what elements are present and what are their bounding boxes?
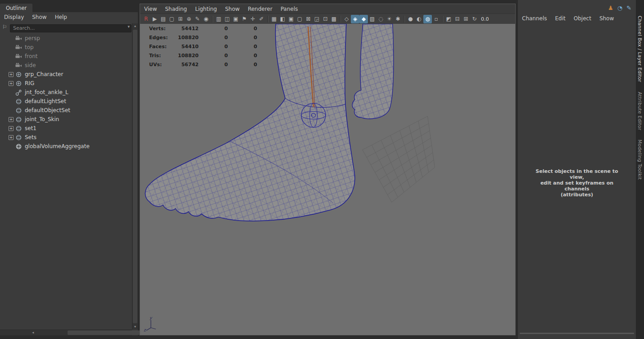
right-tab-strip: Channel Box / Layer EditorAttribute Edit… [636, 0, 644, 339]
safe-action-icon[interactable]: ✛ [249, 15, 257, 23]
sequence-icon[interactable]: ▫ [432, 15, 440, 23]
resolution-gate-icon[interactable]: ◫ [223, 15, 231, 23]
channelbox-menu-object[interactable]: Object [570, 15, 595, 22]
select-camera-icon[interactable]: R [142, 15, 150, 23]
default-material-icon[interactable]: ◌ [376, 15, 385, 23]
outliner-item-grp_Character[interactable]: +grp_Character [0, 70, 138, 79]
shadow-sphere-icon[interactable]: ● [406, 15, 415, 23]
channelbox-menu-channels[interactable]: Channels [518, 15, 551, 22]
outliner-item-top[interactable]: top [0, 43, 138, 52]
viewport-menu-view[interactable]: View [140, 6, 161, 12]
outliner-item-persp[interactable]: persp [0, 34, 138, 43]
outliner-menu-show[interactable]: Show [28, 14, 50, 20]
right-tab-attribute-editor[interactable]: Attribute Editor [637, 88, 643, 135]
exposure-value[interactable]: 0.0 [481, 16, 489, 22]
scroll-down-icon[interactable]: ▾ [132, 324, 138, 330]
viewport-menu-show[interactable]: Show [221, 6, 244, 12]
viewport-menu-panels[interactable]: Panels [277, 6, 302, 12]
toolbar-separator [212, 16, 213, 23]
outliner-item-defaultObjectSet[interactable]: defaultObjectSet [0, 106, 138, 115]
toolbar-separator [442, 16, 443, 23]
expand-plus-icon[interactable]: + [9, 117, 14, 122]
channelbox-menu-show[interactable]: Show [595, 15, 618, 22]
channelbox-menubar: ChannelsEditObjectShow [518, 14, 636, 23]
vscroll-track[interactable] [132, 29, 138, 324]
material-override-icon[interactable]: ▨ [368, 15, 376, 23]
grease-pencil-icon[interactable]: ✎ [193, 15, 202, 23]
outliner-item-side[interactable]: side [0, 61, 138, 70]
viewport-menubar: ViewShadingLightingShowRendererPanels [140, 4, 515, 14]
outliner-menu-display[interactable]: Display [0, 14, 28, 20]
isolate-select-icon[interactable]: ◩ [444, 15, 453, 23]
ao-sphere-icon[interactable]: ◐ [415, 15, 423, 23]
playblast-icon[interactable]: ▶ [150, 15, 159, 23]
screen-ao-icon[interactable]: ◲ [313, 15, 321, 23]
outliner-item-label: Sets [25, 134, 36, 140]
expand-plus-icon[interactable]: + [9, 126, 14, 131]
textured-cube-icon[interactable]: ◆ [359, 15, 368, 23]
flat-lighting-icon[interactable]: ✱ [394, 15, 402, 23]
multisample-icon[interactable]: ▩ [330, 15, 338, 23]
outliner-filter-icon[interactable]: ⚐ [1, 24, 8, 30]
camera-attributes-icon[interactable]: ▤ [159, 15, 168, 23]
vscroll-thumb[interactable] [133, 30, 137, 323]
gate-mask-icon[interactable]: ▣ [231, 15, 240, 23]
right-tab-modeling-toolkit[interactable]: Modeling Toolkit [637, 136, 643, 184]
viewport-menu-renderer[interactable]: Renderer [244, 6, 277, 12]
outliner-menu-help[interactable]: Help [51, 14, 71, 20]
outliner-vscrollbar[interactable]: ▴ ▾ [132, 23, 138, 330]
channelbox-menu-edit[interactable]: Edit [551, 15, 570, 22]
outliner-search-input[interactable] [10, 24, 132, 32]
textured-mode-icon[interactable]: ▣ [287, 15, 295, 23]
outliner-item-globalVolumeAggregate[interactable]: globalVolumeAggregate [0, 142, 138, 151]
wireframe-mode-icon[interactable]: ▦ [270, 15, 278, 23]
right-tab-channel-box-layer-editor[interactable]: Channel Box / Layer Editor [637, 12, 643, 86]
outliner-tab[interactable]: Outliner [0, 4, 32, 12]
aa-sphere-icon[interactable]: ◍ [423, 15, 432, 23]
channel-edit-icon[interactable]: ✎ [626, 5, 631, 11]
outliner-item-set1[interactable]: +set1 [0, 124, 138, 133]
safe-title-icon[interactable]: ✐ [257, 15, 266, 23]
outliner-item-joint_To_Skin[interactable]: +joint_To_Skin [0, 115, 138, 124]
outliner-item-defaultLightSet[interactable]: defaultLightSet [0, 97, 138, 106]
speed-state-icon[interactable]: ◔ [617, 5, 622, 11]
outliner-item-jnt_foot_ankle_L[interactable]: jnt_foot_ankle_L [0, 88, 138, 97]
xray-joints-icon[interactable]: ⊞ [462, 15, 470, 23]
expand-plus-icon[interactable]: + [9, 81, 14, 86]
outliner-hscrollbar[interactable]: ◂ ▸ [0, 330, 132, 335]
film-gate-icon[interactable]: ▥ [214, 15, 223, 23]
scroll-up-icon[interactable]: ▴ [132, 23, 138, 29]
outliner-menubar: DisplayShowHelp [0, 12, 138, 22]
exposure-icon[interactable]: ↻ [470, 15, 479, 23]
outliner-item-RIG[interactable]: +RIG [0, 79, 138, 88]
lights-mode-icon[interactable]: ▢ [295, 15, 304, 23]
two-d-pan-zoom-icon[interactable]: ⊕ [185, 15, 193, 23]
xray-icon[interactable]: ⊟ [453, 15, 462, 23]
bookmarks-icon[interactable]: ▢ [168, 15, 176, 23]
outliner-item-label: persp [25, 35, 40, 41]
motion-blur-icon[interactable]: ⊡ [321, 15, 330, 23]
wireframe-cube-icon[interactable]: ◇ [342, 15, 351, 23]
expand-plus-icon[interactable]: + [9, 135, 14, 140]
search-dropdown-icon[interactable]: ▾ [127, 24, 130, 29]
snapshot-icon[interactable]: ◉ [202, 15, 210, 23]
transform-icon [15, 71, 22, 78]
expand-plus-icon[interactable]: + [9, 72, 14, 77]
outliner-item-Sets[interactable]: +Sets [0, 133, 138, 142]
viewport-menu-shading[interactable]: Shading [161, 6, 191, 12]
all-lights-icon[interactable]: ☀ [385, 15, 394, 23]
axis-y-label: y [150, 316, 153, 320]
shaded-cube-icon[interactable]: ◈ [351, 15, 359, 23]
layer-editor-splitter[interactable] [520, 333, 634, 334]
shadows-mode-icon[interactable]: ⊠ [304, 15, 313, 23]
viewport-canvas[interactable]: Verts:5441200Edges:10882000Faces:5441000… [140, 24, 515, 335]
viewport-menu-lighting[interactable]: Lighting [191, 6, 221, 12]
character-pin-icon[interactable]: ♟ [608, 5, 613, 11]
back-foot-mesh[interactable] [352, 24, 394, 119]
outliner-item-front[interactable]: front [0, 52, 138, 61]
outliner-item-label: globalVolumeAggregate [25, 143, 90, 149]
shaded-mode-icon[interactable]: ◧ [278, 15, 287, 23]
scroll-left-icon[interactable]: ◂ [0, 330, 66, 335]
field-chart-icon[interactable]: ⚑ [240, 15, 249, 23]
image-plane-icon[interactable]: ⊞ [176, 15, 185, 23]
